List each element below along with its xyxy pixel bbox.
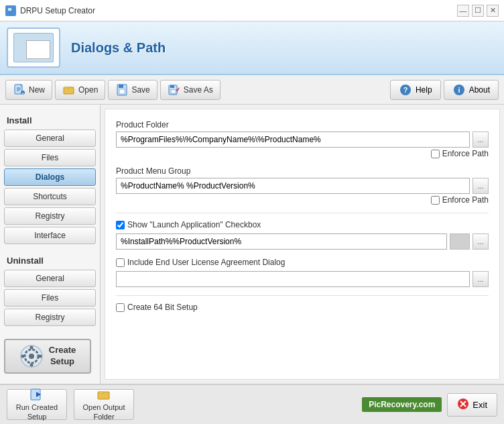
picrecovery-badge: PicRecovery.com [362,397,442,412]
create-64bit-checkbox[interactable] [116,303,125,312]
header-title: Dialogs & Path [71,40,166,56]
saveas-icon [168,83,181,97]
save-label: Save [131,85,149,95]
sidebar-item-registry-uninstall[interactable]: Registry [4,309,96,326]
close-button[interactable]: ✕ [487,5,499,17]
open-label: Open [78,85,98,95]
eula-browse-button[interactable]: ... [472,271,489,287]
install-section-title: Install [7,115,93,125]
maximize-button[interactable]: ☐ [472,5,484,17]
launch-path-input[interactable] [116,233,447,250]
launch-path-browse-btn2[interactable] [450,233,470,250]
svg-text:+: + [21,91,24,95]
main-area: Install General Files Dialogs Shortcuts … [0,105,504,384]
svg-rect-14 [170,85,174,88]
footer-right: PicRecovery.com Exit [362,393,497,417]
launch-app-group: Show "Launch Application" Checkbox ... [116,220,489,250]
create-setup-label: CreateSetup [49,345,76,368]
product-menu-group: Product Menu Group ... Enforce Path [116,166,489,205]
svg-rect-12 [119,89,125,94]
include-eula-checkbox[interactable] [116,258,125,267]
show-launch-label[interactable]: Show "Launch Application" Checkbox [116,220,489,229]
new-icon: + [13,83,26,97]
help-icon: ? [399,83,412,97]
svg-point-25 [21,355,24,358]
eula-group: Include End User License Agreement Dialo… [116,258,489,287]
new-button[interactable]: + New [5,80,52,100]
sidebar-item-general-install[interactable]: General [4,129,96,147]
footer: Run CreatedSetup Open OutputFolder PicRe… [0,384,504,424]
sidebar-item-files-uninstall[interactable]: Files [4,289,96,307]
new-label: New [29,85,45,95]
eula-path-row: ... [116,271,489,287]
product-menu-row: ... [116,178,489,194]
product-menu-input[interactable] [116,178,470,194]
show-launch-checkbox[interactable] [116,221,125,229]
sidebar-item-general-uninstall[interactable]: General [4,270,96,287]
svg-point-22 [29,354,34,359]
create-64bit-label[interactable]: Create 64 Bit Setup [116,303,489,312]
titlebar: DRPU Setup Creator — ☐ ✕ [0,0,504,21]
uninstall-section-title: Uninstall [7,256,93,266]
product-folder-enforce-label[interactable]: Enforce Path [431,149,489,158]
sidebar-item-interface[interactable]: Interface [4,227,96,244]
product-folder-group: Product Folder ... Enforce Path [116,120,489,158]
product-menu-enforce-checkbox[interactable] [431,196,440,205]
launch-path-row: ... [116,233,489,250]
about-label: About [469,85,490,95]
help-button[interactable]: ? Help [390,80,441,100]
open-icon [62,83,76,97]
sidebar-item-registry-install[interactable]: Registry [4,207,96,225]
open-button[interactable]: Open [55,80,105,100]
svg-text:i: i [458,86,460,94]
svg-point-26 [38,355,42,358]
open-output-folder-button[interactable]: Open OutputFolder [74,389,134,420]
svg-text:?: ? [403,86,408,94]
create-setup-button[interactable]: CreateSetup [4,339,91,374]
product-folder-browse-button[interactable]: ... [472,131,489,148]
toolbar: + New Open Save Save As ? Help i About [0,75,504,105]
svg-rect-11 [119,85,123,88]
launch-path-browse-button[interactable]: ... [472,233,489,250]
svg-rect-15 [171,90,176,93]
header-logo [7,28,60,68]
product-folder-enforce-row: Enforce Path [116,149,489,158]
svg-point-23 [29,346,33,350]
app-icon [5,5,16,16]
exit-label: Exit [472,400,487,410]
about-button[interactable]: i About [444,80,499,100]
include-eula-label[interactable]: Include End User License Agreement Dialo… [116,258,489,267]
about-icon: i [452,83,466,97]
product-menu-enforce-label[interactable]: Enforce Path [431,195,489,205]
sidebar-item-dialogs[interactable]: Dialogs [4,168,96,186]
svg-point-24 [29,364,33,367]
create-64bit-group: Create 64 Bit Setup [116,303,489,312]
header: Dialogs & Path [0,21,504,75]
minimize-button[interactable]: — [457,5,469,17]
svg-rect-1 [8,8,11,11]
save-button[interactable]: Save [108,80,157,100]
sidebar-item-shortcuts[interactable]: Shortcuts [4,188,96,205]
eula-path-input[interactable] [116,271,470,287]
exit-button[interactable]: Exit [447,393,497,417]
titlebar-controls: — ☐ ✕ [457,5,499,17]
open-output-icon [97,388,111,401]
product-folder-input[interactable] [116,131,470,148]
exit-icon [457,398,469,412]
product-menu-enforce-row: Enforce Path [116,195,489,205]
product-menu-label: Product Menu Group [116,166,489,176]
open-output-label: Open OutputFolder [83,403,125,421]
save-icon [115,83,129,97]
saveas-button[interactable]: Save As [160,80,220,100]
create-setup-icon [19,344,44,368]
titlebar-left: DRPU Setup Creator [5,5,95,16]
run-created-label: Run CreatedSetup [16,403,58,421]
product-folder-enforce-checkbox[interactable] [431,150,440,158]
titlebar-title: DRPU Setup Creator [20,6,95,15]
run-created-setup-button[interactable]: Run CreatedSetup [7,389,67,420]
run-created-icon [30,388,44,401]
header-logo-inner [13,33,54,62]
header-logo-paper [26,40,50,59]
product-menu-browse-button[interactable]: ... [472,178,489,194]
sidebar-item-files-install[interactable]: Files [4,149,96,166]
